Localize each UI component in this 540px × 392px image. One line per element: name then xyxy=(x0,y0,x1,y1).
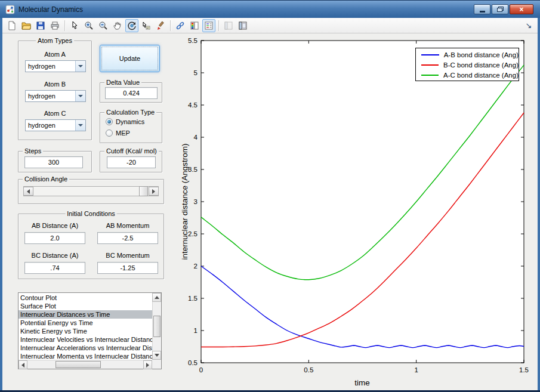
ab-distance-input[interactable] xyxy=(24,232,85,244)
svg-text:1: 1 xyxy=(194,327,198,334)
bc-momentum-input[interactable] xyxy=(97,262,158,274)
window-title: Molecular Dynamics xyxy=(18,5,83,14)
insert-colorbar-icon[interactable] xyxy=(188,19,201,32)
list-item[interactable]: Internuclear Velocities vs Internuclear … xyxy=(18,335,152,344)
show-plot-tools-icon[interactable] xyxy=(236,19,249,32)
svg-text:0.5: 0.5 xyxy=(188,359,198,366)
save-figure-icon[interactable] xyxy=(34,19,47,32)
hide-plot-tools-icon[interactable] xyxy=(222,19,235,32)
maximize-button[interactable] xyxy=(492,4,508,14)
cutoff-input[interactable] xyxy=(107,156,156,168)
pan-icon[interactable] xyxy=(111,19,124,32)
list-item[interactable]: Internuclear Momenta vs Internuclear Dis… xyxy=(18,352,152,360)
atom-a-label: Atom A xyxy=(44,51,65,58)
new-figure-icon[interactable] xyxy=(5,19,18,32)
legend-label-ac: A-C bond distance (Ang) xyxy=(443,72,519,79)
legend-line-sample-ac xyxy=(421,75,439,76)
data-cursor-icon[interactable] xyxy=(140,19,153,32)
list-item[interactable]: Potential Energy vs Time xyxy=(18,319,152,327)
figure-toolbar: ↘ xyxy=(2,18,538,33)
svg-text:3: 3 xyxy=(194,198,198,205)
triangle-left-icon xyxy=(27,189,30,194)
svg-text:1.5: 1.5 xyxy=(519,366,529,374)
radio-mep-label: MEP xyxy=(116,129,130,137)
cutoff-title: Cutoff (Kcal/ mol) xyxy=(104,147,159,155)
collision-angle-slider[interactable] xyxy=(23,186,159,196)
plot-type-listbox[interactable]: Contour Plot Surface Plot Internuclear D… xyxy=(18,292,162,369)
app-icon xyxy=(5,5,15,14)
zoom-out-icon[interactable] xyxy=(97,19,110,32)
list-item[interactable]: Surface Plot xyxy=(18,302,152,310)
slider-left-arrow-button[interactable] xyxy=(23,187,33,196)
radio-dynamics[interactable]: Dynamics xyxy=(106,118,144,126)
bc-momentum-label: BC Momentum xyxy=(106,252,149,259)
plot-axes[interactable]: 00.511.50.511.522.533.544.555.5 xyxy=(174,33,540,391)
horizontal-scrollbar[interactable] xyxy=(18,360,152,369)
minimize-icon xyxy=(480,11,485,13)
link-plot-icon[interactable] xyxy=(174,19,187,32)
list-item[interactable]: Internuclear Accelerations vs Internucle… xyxy=(18,344,152,352)
titlebar[interactable]: Molecular Dynamics × xyxy=(0,0,540,18)
list-item[interactable]: Contour Plot xyxy=(18,294,152,302)
svg-text:2: 2 xyxy=(194,263,198,270)
vertical-scrollbar-thumb[interactable] xyxy=(153,316,161,337)
delta-value-input[interactable] xyxy=(105,87,158,99)
ab-momentum-input[interactable] xyxy=(97,232,158,244)
bc-distance-input[interactable] xyxy=(24,262,85,274)
edit-plot-icon[interactable] xyxy=(68,19,81,32)
rotate-3d-icon[interactable] xyxy=(125,19,138,32)
scroll-down-button[interactable] xyxy=(152,351,161,360)
steps-panel: Steps xyxy=(18,151,92,172)
svg-text:1: 1 xyxy=(414,366,418,374)
triangle-right-icon xyxy=(146,363,149,368)
window-controls: × xyxy=(474,4,533,14)
ab-distance-label: AB Distance (A) xyxy=(32,222,78,229)
chevron-down-icon xyxy=(75,120,85,131)
collision-angle-panel: Collision Angle xyxy=(18,179,164,204)
initial-conditions-title: Initial Conditions xyxy=(65,210,117,218)
legend-entry: A-C bond distance (Ang) xyxy=(416,70,519,80)
steps-title: Steps xyxy=(23,147,43,155)
triangle-down-icon xyxy=(155,354,159,357)
scrollbar-corner xyxy=(152,360,161,369)
minimize-button[interactable] xyxy=(474,4,490,14)
slider-thumb[interactable] xyxy=(139,186,148,196)
svg-text:3.5: 3.5 xyxy=(188,166,198,173)
close-button[interactable]: × xyxy=(510,4,533,14)
legend-entry: A-B bond distance (Ang) xyxy=(416,50,519,60)
plot-type-list: Contour Plot Surface Plot Internuclear D… xyxy=(18,294,152,360)
legend-line-sample-bc xyxy=(421,64,439,66)
scroll-left-button[interactable] xyxy=(18,360,27,369)
steps-input[interactable] xyxy=(24,156,83,168)
update-button[interactable]: Update xyxy=(100,45,160,72)
print-figure-icon[interactable] xyxy=(48,19,61,32)
slider-right-arrow-button[interactable] xyxy=(149,187,159,196)
dock-figure-icon[interactable]: ↘ xyxy=(522,19,535,32)
radio-selected-icon xyxy=(106,118,113,125)
toolbar-separator xyxy=(64,20,65,31)
legend-line-sample-ab xyxy=(421,54,439,55)
radio-mep[interactable]: MEP xyxy=(106,129,130,137)
delta-value-panel: Delta Value xyxy=(100,82,162,103)
atom-a-value: hydrogen xyxy=(26,63,75,70)
insert-legend-icon[interactable] xyxy=(202,19,215,32)
zoom-in-icon[interactable] xyxy=(82,19,95,32)
list-item-selected[interactable]: Internuclear Distances vs Time xyxy=(18,310,152,319)
atom-a-select[interactable]: hydrogen xyxy=(25,60,86,72)
vertical-scrollbar[interactable] xyxy=(152,293,161,360)
radio-dynamics-label: Dynamics xyxy=(116,118,144,125)
chevron-down-icon xyxy=(75,91,85,101)
brush-icon[interactable] xyxy=(154,19,167,32)
legend-label-ab: A-B bond distance (Ang) xyxy=(444,51,519,58)
open-file-icon[interactable] xyxy=(20,19,33,32)
list-item[interactable]: Kinetic Energy vs Time xyxy=(18,327,152,335)
collision-angle-title: Collision Angle xyxy=(23,175,69,183)
scroll-up-button[interactable] xyxy=(152,293,161,302)
restore-icon xyxy=(497,7,504,12)
atom-c-select[interactable]: hydrogen xyxy=(25,119,86,131)
legend-label-bc: B-C bond distance (Ang) xyxy=(443,61,519,69)
plot-legend[interactable]: A-B bond distance (Ang) B-C bond distanc… xyxy=(415,48,519,81)
horizontal-scrollbar-thumb[interactable] xyxy=(55,361,101,368)
scroll-right-button[interactable] xyxy=(143,360,152,369)
atom-b-select[interactable]: hydrogen xyxy=(25,90,86,102)
